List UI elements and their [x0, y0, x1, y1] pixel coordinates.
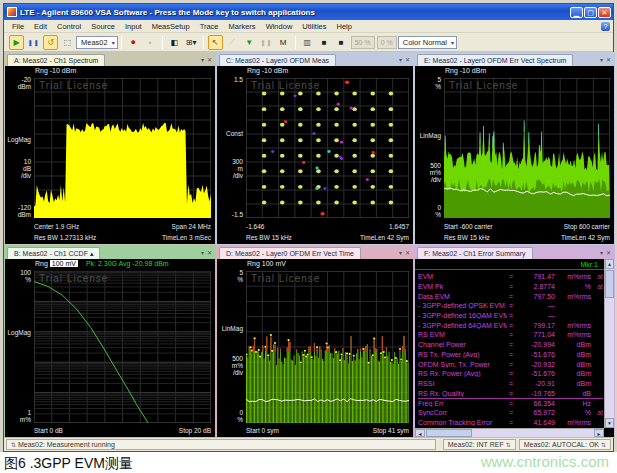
- spin-icon[interactable]: ⇅: [11, 441, 16, 448]
- menu-edit[interactable]: Edit: [29, 21, 52, 32]
- peak-avg-readout: Pk: 2.30G Avg -20.98 dBm: [86, 260, 169, 267]
- play-button[interactable]: ▶: [9, 35, 24, 50]
- band-marker-button[interactable]: ❚❚: [259, 35, 274, 50]
- panel-menu-icon[interactable]: ▾: [399, 249, 402, 256]
- color-bars-button[interactable]: ▥: [300, 35, 315, 50]
- panel-a-tab[interactable]: A: Meas02 - Ch1 Spectrum: [7, 54, 105, 66]
- err-vect-spectrum-trace: [444, 78, 610, 218]
- autocal-status[interactable]: Meas02: AUTOCAL: OK ⇅: [519, 439, 611, 450]
- menu-help[interactable]: Help: [331, 21, 356, 32]
- summary-row: RS Rx. Quality=-19.765dB: [418, 388, 603, 398]
- marker-down-button[interactable]: ▼: [242, 35, 257, 50]
- summary-row: RS Rx. Power (Avg)=-51.676dBm: [418, 369, 603, 379]
- grid-layout-button[interactable]: ⊞▾: [184, 35, 199, 50]
- title-bar: LTE - Agilent 89600 VSA Software - Press…: [4, 4, 613, 20]
- figure-caption: 图6 .3GPP EVM测量: [4, 455, 133, 473]
- menu-window[interactable]: Window: [261, 21, 298, 32]
- panel-f-tab[interactable]: F: Meas02 - Ch1 Error Summary: [417, 247, 533, 259]
- summary-row: EVM Pk=2.8774%at: [418, 282, 603, 292]
- menu-control[interactable]: Control: [52, 21, 86, 32]
- single-layout-icon: ◧: [170, 38, 178, 47]
- pointer-tool-button[interactable]: ↖: [208, 35, 223, 50]
- measurement-select[interactable]: Meas02▾: [76, 36, 118, 49]
- panel-close-icon[interactable]: ✕: [606, 56, 611, 63]
- window-title: LTE - Agilent 89600 VSA Software - Press…: [20, 8, 569, 17]
- minimize-button[interactable]: ▁: [570, 7, 583, 18]
- single-layout-button[interactable]: ◧: [167, 35, 182, 50]
- pause-icon: ❚❚: [27, 39, 39, 46]
- zoom-0-box[interactable]: 0 %: [377, 36, 397, 49]
- summary-row: Common Tracking Error=41.649m%rms: [418, 417, 603, 427]
- menu-file[interactable]: File: [7, 21, 29, 32]
- range-readout: Rng 100 mV Pk: 2.30G Avg -20.98 dBm: [35, 260, 211, 267]
- grid-layout-icon: ⊞: [186, 38, 193, 47]
- panel-a-spectrum: A: Meas02 - Ch1 Spectrum ▾ ✕ Rng -10 dBm…: [4, 52, 216, 245]
- app-icon: [7, 7, 17, 17]
- range-value-highlight[interactable]: 100 mV: [50, 260, 78, 267]
- scrollbar-thumb[interactable]: [605, 270, 614, 298]
- menu-trace[interactable]: Trace: [195, 21, 224, 32]
- panel-close-icon[interactable]: ✕: [606, 249, 611, 256]
- scroll-up-icon[interactable]: ▲: [605, 259, 614, 269]
- panel-e-tab[interactable]: E: Meas02 - Layer0 OFDM Err Vect Spectru…: [417, 54, 573, 66]
- panel-close-icon[interactable]: ✕: [207, 249, 212, 256]
- pause-button[interactable]: ❚❚: [26, 35, 41, 50]
- panel-c-tab[interactable]: C: Meas02 - Layer0 OFDM Meas: [219, 54, 336, 66]
- color-mode-select[interactable]: Color Normal▾: [398, 36, 457, 49]
- panel-menu-icon[interactable]: ▾: [600, 249, 603, 256]
- maximize-button[interactable]: ▢: [584, 7, 597, 18]
- panel-menu-icon[interactable]: ▾: [201, 56, 204, 63]
- chevron-down-icon: ▾: [112, 39, 115, 46]
- slope-marker-icon: ⟋: [229, 37, 235, 47]
- panel-d-tab[interactable]: D: Meas02 - Layer0 OFDM Err Vect Time: [219, 247, 361, 259]
- display-1-button[interactable]: ■: [317, 35, 332, 50]
- help-icon[interactable]: ?: [601, 22, 610, 31]
- marker-down-icon: ▼: [245, 38, 253, 47]
- menu-input[interactable]: Input: [120, 21, 147, 32]
- recording-playback-button[interactable]: ▪: [143, 35, 158, 50]
- chevron-down-icon: ▾: [451, 39, 454, 46]
- range-readout: Rng 100 mV: [247, 260, 409, 267]
- panel-close-icon[interactable]: ✕: [405, 56, 410, 63]
- spin-icon: ⇅: [506, 441, 511, 448]
- panel-b-tab[interactable]: B: Meas02 - Ch1 CCDF ▴: [7, 247, 100, 259]
- scroll-right-icon[interactable]: ►: [594, 429, 604, 437]
- record-button[interactable]: ●: [126, 35, 141, 50]
- panel-menu-icon[interactable]: ▾: [399, 56, 402, 63]
- menu-source[interactable]: Source: [86, 21, 120, 32]
- horizontal-scrollbar[interactable]: ◄ ►: [415, 428, 604, 437]
- panel-menu-icon[interactable]: ▾: [201, 249, 204, 256]
- scroll-left-icon[interactable]: ◄: [415, 429, 425, 437]
- screenshot-page: LTE - Agilent 89600 VSA Software - Press…: [0, 0, 617, 473]
- reference-status[interactable]: Meas02: INT REF ⇅: [443, 439, 516, 450]
- summary-row: - 3GPP-defined 64QAM EVM=799.17m%rms: [418, 320, 603, 330]
- tab-up-icon: ▴: [90, 250, 94, 258]
- panel-a-tab-bar: A: Meas02 - Ch1 Spectrum ▾ ✕: [5, 53, 215, 66]
- summary-row: Channel Power=-20.994dBm: [418, 340, 603, 350]
- menu-meassetup[interactable]: MeasSetup: [147, 21, 195, 32]
- panel-close-icon[interactable]: ✕: [207, 56, 212, 63]
- vsa-window: LTE - Agilent 89600 VSA Software - Press…: [3, 3, 614, 452]
- scrollbar-thumb[interactable]: [426, 429, 472, 437]
- display-2-button[interactable]: ■: [334, 35, 349, 50]
- summary-row: EVM=791.47m%rmsat: [418, 272, 603, 282]
- menu-utilities[interactable]: Utilities: [297, 21, 331, 32]
- selection-tool-button[interactable]: ⬚: [60, 35, 75, 50]
- panel-close-icon[interactable]: ✕: [405, 249, 410, 256]
- close-button[interactable]: ✕: [598, 7, 611, 18]
- range-readout: Rng -10 dBm: [35, 67, 211, 74]
- caption-strip: 图6 .3GPP EVM测量 www.cntronics.com: [0, 452, 617, 473]
- menu-markers[interactable]: Markers: [224, 21, 261, 32]
- vertical-scrollbar[interactable]: ▲ ▼: [604, 259, 614, 428]
- site-watermark: www.cntronics.com: [481, 453, 609, 470]
- scroll-down-icon[interactable]: ▼: [605, 418, 614, 428]
- panel-c-tab-bar: C: Meas02 - Layer0 OFDM Meas ▾ ✕: [217, 53, 413, 66]
- panel-menu-icon[interactable]: ▾: [600, 56, 603, 63]
- slope-marker-button[interactable]: ⟋: [225, 35, 240, 50]
- marker-m-button[interactable]: M: [276, 35, 291, 50]
- display-1-icon: ■: [322, 38, 327, 47]
- restart-button[interactable]: ↺: [43, 35, 58, 50]
- panel-d-err-vect-time: D: Meas02 - Layer0 OFDM Err Vect Time ▾ …: [216, 245, 414, 438]
- zoom-50-box[interactable]: 50 %: [351, 36, 375, 49]
- play-icon: ▶: [13, 38, 19, 47]
